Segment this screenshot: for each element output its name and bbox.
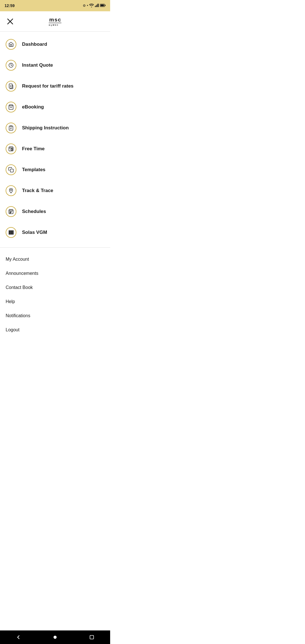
menu-item-dashboard[interactable]: Dashboard [0,34,110,55]
svg-rect-6 [105,5,106,6]
secondary-item-announcements[interactable]: Announcements [0,266,110,280]
secondary-label-logout: Logout [6,327,19,332]
menu-item-templates[interactable]: Templates [0,159,110,180]
secondary-item-my-account[interactable]: My Account [0,252,110,266]
header: msc myMSC [0,11,110,32]
main-menu: Dashboard Instant Quote Request for tari… [0,32,110,245]
menu-divider [0,247,110,248]
menu-item-ebooking[interactable]: eBooking [0,97,110,118]
signal-icon [95,4,99,8]
menu-label-ebooking: eBooking [22,104,44,110]
svg-rect-4 [98,4,99,7]
secondary-item-logout[interactable]: Logout [0,323,110,337]
secondary-label-announcements: Announcements [6,271,38,276]
svg-rect-3 [97,4,98,7]
secondary-label-notifications: Notifications [6,313,30,318]
secondary-label-contact-book: Contact Book [6,285,33,290]
svg-rect-26 [10,169,14,172]
svg-rect-34 [10,213,11,213]
status-icons: ⚙ • [83,3,106,8]
svg-rect-2 [97,5,97,7]
menu-label-free-time: Free Time [22,146,45,152]
svg-rect-14 [9,84,12,88]
svg-rect-37 [10,230,11,234]
battery-icon [100,4,106,8]
calendar-clock-icon [6,143,16,154]
menu-item-shipping-instruction[interactable]: Shipping Instruction [0,118,110,138]
menu-label-dashboard: Dashboard [22,42,47,47]
svg-text:msc: msc [49,17,61,23]
document-icon [6,81,16,92]
svg-rect-40 [13,230,14,234]
secondary-label-help: Help [6,299,15,304]
secondary-label-my-account: My Account [6,257,29,262]
svg-rect-33 [11,212,12,212]
cart-icon [6,102,16,112]
svg-rect-38 [12,230,12,234]
close-button[interactable] [5,16,16,27]
secondary-menu: My AccountAnnouncementsContact BookHelpN… [0,250,110,339]
svg-rect-32 [10,212,11,212]
svg-rect-35 [9,230,10,234]
app-logo: msc myMSC [48,15,62,28]
svg-rect-36 [10,230,10,234]
menu-item-free-time[interactable]: Free Time [0,138,110,159]
menu-item-solas-vgm[interactable]: Solas VGM [0,222,110,243]
home-icon [6,39,16,50]
menu-item-schedules[interactable]: Schedules [0,201,110,222]
dot-icon: • [87,4,88,8]
menu-label-solas-vgm: Solas VGM [22,230,47,235]
status-bar: 12:59 ⚙ • [0,0,110,11]
svg-rect-18 [10,126,12,127]
secondary-item-help[interactable]: Help [0,295,110,309]
copy-icon [6,164,16,175]
svg-point-27 [10,189,12,190]
status-time: 12:59 [5,3,15,8]
menu-item-instant-quote[interactable]: Instant Quote [0,55,110,76]
svg-rect-7 [101,4,104,6]
svg-rect-0 [95,6,95,7]
menu-label-shipping-instruction: Shipping Instruction [22,125,69,131]
menu-label-templates: Templates [22,167,45,173]
settings-icon: ⚙ [83,4,86,8]
calendar-icon [6,206,16,217]
wifi-icon [89,3,94,8]
clock-icon [6,60,16,71]
secondary-item-contact-book[interactable]: Contact Book [0,280,110,295]
menu-item-track-trace[interactable]: Track & Trace [0,180,110,201]
menu-label-request-tariff: Request for tariff rates [22,83,73,89]
menu-label-instant-quote: Instant Quote [22,62,53,68]
menu-item-request-tariff[interactable]: Request for tariff rates [0,76,110,97]
barcode-icon [6,227,16,238]
svg-rect-39 [12,230,13,234]
menu-label-track-trace: Track & Trace [22,188,53,193]
svg-rect-1 [96,5,96,7]
secondary-item-notifications[interactable]: Notifications [0,309,110,323]
clipboard-icon [6,123,16,133]
menu-label-schedules: Schedules [22,209,46,214]
location-icon [6,185,16,196]
svg-text:myMSC: myMSC [49,24,59,26]
